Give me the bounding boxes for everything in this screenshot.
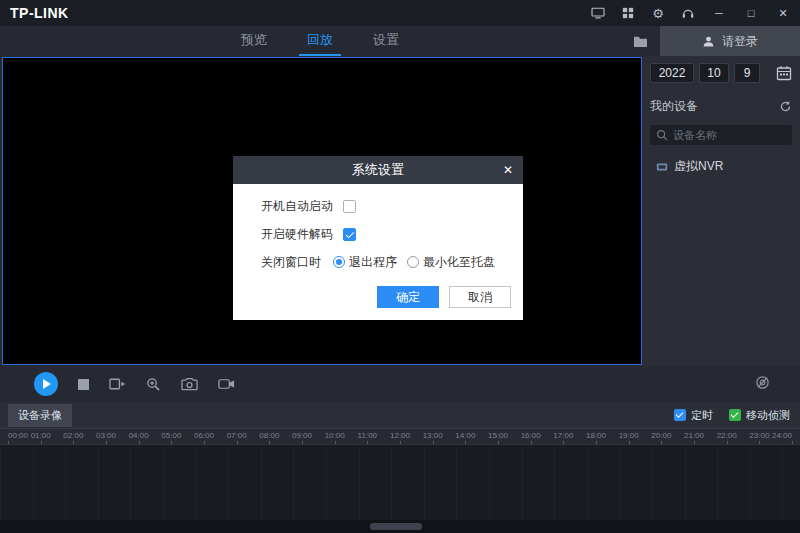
- dialog-close-button[interactable]: ✕: [503, 156, 513, 184]
- device-item-nvr[interactable]: 虚拟NVR: [650, 158, 792, 175]
- titlebar: TP-LINK ⚙ ─ □ ✕: [0, 0, 800, 26]
- fisheye-disabled-icon[interactable]: [755, 375, 770, 390]
- timeline-scrollbar-thumb[interactable]: [370, 523, 422, 530]
- timeline-tick-label: 12:00: [390, 431, 410, 440]
- hwdecode-checkbox[interactable]: [343, 228, 356, 241]
- zoom-in-icon[interactable]: [146, 377, 161, 392]
- timeline-tick-label: 20:00: [651, 431, 671, 440]
- timeline-tick-mark: [302, 441, 303, 444]
- timeline-tick-label: 00:00: [8, 431, 28, 440]
- onclose-row: 关闭窗口时 退出程序 最小化至托盘: [261, 248, 511, 276]
- timeline-tick-mark: [465, 441, 466, 444]
- dialog-body: 开机自动启动 开启硬件解码 关闭窗口时 退出程序: [233, 184, 523, 320]
- device-name: 虚拟NVR: [674, 158, 723, 175]
- timeline-tick-label: 16:00: [521, 431, 541, 440]
- nav-bar: 预览 回放 设置 请登录: [0, 26, 800, 56]
- device-recording-tab[interactable]: 设备录像: [8, 404, 72, 427]
- cancel-button[interactable]: 取消: [449, 286, 511, 308]
- tab-playback[interactable]: 回放: [299, 26, 341, 56]
- timeline-track[interactable]: [0, 444, 800, 520]
- playback-video-area[interactable]: 系统设置 ✕ 开机自动启动 开启硬件解码 关闭窗口时: [2, 57, 642, 365]
- filter-motion-detection[interactable]: 移动侦测: [729, 408, 790, 423]
- date-year-box[interactable]: 2022: [650, 63, 694, 83]
- play-button[interactable]: [34, 372, 58, 396]
- radio-exit-program-control[interactable]: [333, 256, 345, 268]
- autostart-label: 开机自动启动: [261, 198, 333, 215]
- app-logo: TP-LINK: [10, 5, 69, 21]
- timeline-tick-label: 19:00: [619, 431, 639, 440]
- filter-scheduled[interactable]: 定时: [674, 408, 713, 423]
- timeline-tick-label: 06:00: [194, 431, 214, 440]
- onclose-label: 关闭窗口时: [261, 254, 333, 271]
- refresh-icon[interactable]: [779, 100, 792, 113]
- frame-step-icon[interactable]: [109, 377, 126, 391]
- radio-exit-program[interactable]: 退出程序: [333, 254, 397, 271]
- timeline-tick-label: 23:00: [749, 431, 769, 440]
- autostart-checkbox[interactable]: [343, 200, 356, 213]
- timeline-tick-mark: [694, 441, 695, 444]
- timeline-tick-mark: [661, 441, 662, 444]
- timeline-tick-mark: [498, 441, 499, 444]
- login-button[interactable]: 请登录: [660, 26, 800, 56]
- minimize-button[interactable]: ─: [710, 7, 728, 19]
- timeline-tick-mark: [8, 441, 9, 444]
- grid-view-icon[interactable]: [620, 5, 636, 21]
- timeline-tick-mark: [106, 441, 107, 444]
- timeline-tick-mark: [335, 441, 336, 444]
- device-search-box[interactable]: [650, 125, 792, 145]
- screen-projection-icon[interactable]: [590, 5, 606, 21]
- autostart-row: 开机自动启动: [261, 192, 511, 220]
- motion-detection-checkbox[interactable]: [729, 409, 741, 421]
- timeline-tick-label: 22:00: [717, 431, 737, 440]
- date-picker-row: 2022 10 9: [650, 63, 792, 83]
- timeline-tick-label: 03:00: [96, 431, 116, 440]
- timeline-tick-mark: [204, 441, 205, 444]
- timeline-scrollbar[interactable]: [0, 520, 800, 533]
- stop-button[interactable]: [78, 379, 89, 390]
- record-icon[interactable]: [218, 378, 235, 390]
- timeline-tick-mark: [237, 441, 238, 444]
- tab-settings-label: 设置: [373, 31, 399, 49]
- timeline-tick-label: 13:00: [423, 431, 443, 440]
- timeline-tick-label: 09:00: [292, 431, 312, 440]
- user-icon: [702, 35, 715, 48]
- timeline-tick-mark: [171, 441, 172, 444]
- timeline-tick-mark: [792, 441, 793, 444]
- tab-preview[interactable]: 预览: [233, 26, 275, 56]
- date-month-box[interactable]: 10: [699, 63, 729, 83]
- ok-button[interactable]: 确定: [377, 286, 439, 308]
- timeline-tick-label: 18:00: [586, 431, 606, 440]
- settings-gear-icon[interactable]: ⚙: [650, 5, 666, 21]
- radio-minimize-tray[interactable]: 最小化至托盘: [407, 254, 495, 271]
- titlebar-actions: ⚙ ─ □ ✕: [590, 5, 792, 21]
- radio-minimize-tray-control[interactable]: [407, 256, 419, 268]
- device-search-input[interactable]: [673, 129, 786, 141]
- timeline-tick-mark: [400, 441, 401, 444]
- timeline-tick-label: 04:00: [129, 431, 149, 440]
- calendar-icon[interactable]: [776, 65, 792, 81]
- playback-controls-bar: [0, 366, 800, 402]
- timeline-tick-label: 24:00: [772, 431, 792, 440]
- sidebar: 2022 10 9 我的设备: [642, 56, 800, 366]
- timeline-tick-label: 05:00: [161, 431, 181, 440]
- timeline-tick-mark: [629, 441, 630, 444]
- devices-title: 我的设备: [650, 98, 698, 115]
- timeline-filters: 定时 移动侦测: [674, 408, 790, 423]
- timeline-tick-mark: [139, 441, 140, 444]
- close-button[interactable]: ✕: [774, 7, 792, 20]
- support-headset-icon[interactable]: [680, 5, 696, 21]
- tab-settings[interactable]: 设置: [365, 26, 407, 56]
- app-window: TP-LINK ⚙ ─ □ ✕ 预览 回放 设置: [0, 0, 800, 533]
- date-day-box[interactable]: 9: [734, 63, 760, 83]
- maximize-button[interactable]: □: [742, 7, 760, 19]
- timeline-header: 设备录像 定时 移动侦测: [0, 402, 800, 428]
- snapshot-icon[interactable]: [181, 377, 198, 391]
- timeline-tick-label: 11:00: [358, 431, 377, 440]
- timeline-ruler[interactable]: 00:0001:0002:0003:0004:0005:0006:0007:00…: [0, 428, 800, 444]
- timeline-tick-label: 01:00: [31, 431, 51, 440]
- scheduled-checkbox[interactable]: [674, 409, 686, 421]
- timeline-tick-mark: [269, 441, 270, 444]
- timeline-tick-mark: [563, 441, 564, 444]
- timeline-tick-mark: [73, 441, 74, 444]
- radio-exit-program-label: 退出程序: [349, 254, 397, 271]
